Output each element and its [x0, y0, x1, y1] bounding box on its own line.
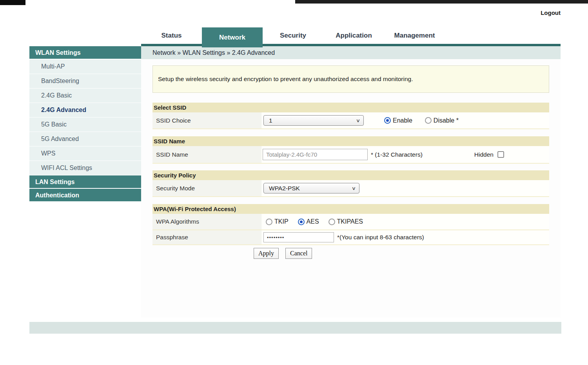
passphrase-label: Passphrase: [152, 230, 262, 244]
security-mode-label: Security Mode: [152, 180, 262, 196]
sidebar-item-wps[interactable]: WPS: [29, 146, 141, 161]
form-actions: Apply Cancel: [254, 248, 549, 259]
section-select-ssid: Select SSID SSID Choice 1 ∨ Enable: [152, 103, 549, 129]
passphrase-hint: *(You can input 8-63 characters): [337, 234, 424, 241]
wpa-tkip-radio[interactable]: TKIP: [266, 218, 289, 225]
security-mode-select[interactable]: WPA2-PSK ∨: [263, 183, 359, 193]
sidebar-item-bandsteering[interactable]: BandSteering: [29, 74, 141, 89]
radio-selected-icon: [384, 117, 391, 124]
row-passphrase: Passphrase *(You can input 8-63 characte…: [152, 230, 549, 245]
wpa-algorithms-label: WPA Algorithms: [152, 214, 262, 229]
radio-unselected-icon: [425, 117, 432, 124]
sidebar: WLAN Settings Multi-AP BandSteering 2.4G…: [29, 46, 141, 202]
apply-button[interactable]: Apply: [254, 248, 279, 259]
sidebar-item-24g-basic[interactable]: 2.4G Basic: [29, 89, 141, 103]
sidebar-header-lan-settings[interactable]: LAN Settings: [29, 175, 141, 189]
sidebar-item-multi-ap[interactable]: Multi-AP: [29, 60, 141, 74]
section-title-ssid-name: SSID Name: [152, 136, 549, 146]
radio-selected-icon: [298, 219, 305, 225]
ssid-name-label: SSID Name: [152, 146, 262, 163]
sidebar-item-24g-advanced[interactable]: 2.4G Advanced: [29, 103, 141, 117]
section-title-wpa: WPA(Wi-Fi Protected Access): [152, 204, 549, 214]
screen-artifact-left: [0, 0, 25, 5]
sidebar-item-5g-advanced[interactable]: 5G Advanced: [29, 132, 141, 146]
ssid-disable-label: Disable *: [434, 117, 459, 124]
router-admin-page: Logout Status Network Security Applicati…: [0, 0, 588, 365]
row-security-mode: Security Mode WPA2-PSK ∨: [152, 180, 549, 197]
tab-application[interactable]: Application: [323, 27, 384, 44]
tab-management[interactable]: Management: [384, 27, 445, 44]
main-form: Setup the wireless security and encrypti…: [152, 65, 549, 259]
top-navigation-tabs: Status Network Security Application Mana…: [141, 27, 445, 44]
logout-link[interactable]: Logout: [541, 9, 561, 16]
row-ssid-choice: SSID Choice 1 ∨ Enable Disable *: [152, 112, 549, 129]
ssid-choice-value: 1: [269, 117, 272, 124]
section-wpa: WPA(Wi-Fi Protected Access) WPA Algorith…: [152, 204, 549, 245]
wpa-tkip-label: TKIP: [274, 218, 289, 225]
section-security-policy: Security Policy Security Mode WPA2-PSK ∨: [152, 170, 549, 197]
ssid-name-hint: * (1-32 Characters): [371, 151, 423, 158]
ssid-enable-label: Enable: [393, 117, 412, 124]
wpa-aes-label: AES: [307, 218, 319, 225]
section-title-select-ssid: Select SSID: [152, 103, 549, 112]
ssid-enable-radio[interactable]: Enable: [384, 117, 412, 124]
wpa-aes-radio[interactable]: AES: [298, 218, 319, 225]
security-mode-value: WPA2-PSK: [269, 185, 300, 192]
ssid-choice-label: SSID Choice: [152, 112, 262, 128]
ssid-choice-select[interactable]: 1 ∨: [263, 115, 364, 126]
screen-artifact-right: [295, 0, 588, 4]
cancel-button[interactable]: Cancel: [285, 248, 312, 259]
sidebar-item-wifi-acl-settings[interactable]: WIFI ACL Settings: [29, 161, 141, 175]
sidebar-item-5g-basic[interactable]: 5G Basic: [29, 117, 141, 132]
radio-unselected-icon: [266, 219, 272, 225]
hidden-checkbox[interactable]: [497, 151, 504, 158]
tab-security[interactable]: Security: [263, 27, 323, 44]
hidden-label: Hidden: [474, 151, 494, 158]
ssid-disable-radio[interactable]: Disable *: [425, 117, 459, 124]
row-ssid-name: SSID Name * (1-32 Characters) Hidden: [152, 146, 549, 164]
sidebar-header-authentication[interactable]: Authentication: [29, 189, 141, 202]
row-wpa-algorithms: WPA Algorithms TKIP AES TKIP: [152, 214, 549, 230]
section-title-security-policy: Security Policy: [152, 170, 549, 180]
footer-bar: [29, 322, 561, 334]
wpa-tkipaes-radio[interactable]: TKIPAES: [328, 218, 363, 225]
section-ssid-name: SSID Name SSID Name * (1-32 Characters) …: [152, 136, 549, 164]
sidebar-header-wlan-settings[interactable]: WLAN Settings: [29, 46, 141, 60]
ssid-name-input[interactable]: [263, 149, 368, 160]
tab-network[interactable]: Network: [202, 27, 263, 47]
radio-unselected-icon: [328, 219, 335, 225]
info-notice: Setup the wireless security and encrypti…: [152, 65, 549, 93]
wpa-tkipaes-label: TKIPAES: [337, 218, 363, 225]
chevron-down-icon: ∨: [356, 118, 360, 123]
chevron-down-icon: ∨: [352, 186, 356, 191]
tab-status[interactable]: Status: [141, 27, 202, 44]
passphrase-input[interactable]: [263, 232, 334, 242]
breadcrumb: Network » WLAN Settings » 2.4G Advanced: [141, 46, 561, 59]
